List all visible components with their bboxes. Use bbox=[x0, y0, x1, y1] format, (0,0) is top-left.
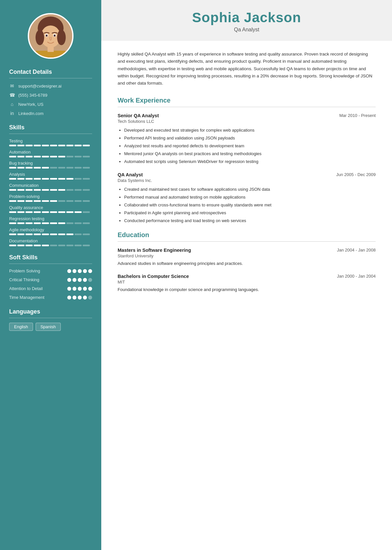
skill-segment bbox=[74, 145, 82, 146]
skill-bar bbox=[9, 222, 92, 224]
skills-title: Skills bbox=[9, 124, 92, 131]
contact-location: ⌂ NewYork, US bbox=[9, 101, 92, 107]
skill-label: Problem-solving bbox=[9, 194, 92, 199]
soft-skill-label: Attention to Detail bbox=[9, 286, 67, 292]
skill-segment bbox=[50, 211, 57, 213]
skill-bar bbox=[9, 156, 92, 157]
skill-segment bbox=[25, 189, 33, 191]
skill-segment bbox=[74, 156, 82, 157]
language-tag: English bbox=[9, 323, 33, 331]
soft-skill-dot bbox=[73, 287, 76, 291]
skill-item: Documentation bbox=[9, 238, 92, 246]
skill-segment bbox=[9, 234, 16, 235]
main-content: Sophia Jackson Qa Analyst Highly skilled… bbox=[101, 0, 392, 550]
job-block: QA AnalystJun 2005 - Dec 2009Data System… bbox=[118, 172, 376, 224]
main-body: Highly skilled QA Analyst with 15 years … bbox=[101, 41, 392, 310]
svg-point-4 bbox=[57, 30, 66, 45]
soft-skill-dot bbox=[73, 278, 76, 282]
skill-segment bbox=[74, 245, 82, 246]
skill-label: Testing bbox=[9, 138, 92, 143]
skill-bar bbox=[9, 245, 92, 246]
job-bullet: Participated in Agile sprint planning an… bbox=[124, 210, 376, 217]
job-bullet: Collaborated with cross-functional teams… bbox=[124, 202, 376, 209]
skill-segment bbox=[58, 178, 65, 180]
svg-point-3 bbox=[36, 30, 44, 45]
soft-skill-dot bbox=[73, 296, 76, 299]
skill-segment bbox=[17, 189, 24, 191]
skill-segment bbox=[42, 245, 49, 246]
skill-item: Regression testing bbox=[9, 216, 92, 224]
contact-section: Contact Details ✉ support@cvdesigner.ai … bbox=[0, 69, 101, 116]
sidebar: Contact Details ✉ support@cvdesigner.ai … bbox=[0, 0, 101, 550]
skill-segment bbox=[58, 245, 65, 246]
contact-phone: ☎ (555) 345-6789 bbox=[9, 92, 92, 98]
soft-skill-item: Critical Thinking bbox=[9, 277, 92, 283]
skill-segment bbox=[83, 222, 90, 224]
soft-skill-label: Critical Thinking bbox=[9, 277, 67, 283]
soft-skill-dot bbox=[83, 296, 87, 299]
skill-segment bbox=[74, 211, 82, 213]
skill-segment bbox=[58, 200, 65, 202]
skill-bar bbox=[9, 234, 92, 235]
skill-segment bbox=[25, 211, 33, 213]
job-company: Data Systems Inc. bbox=[118, 178, 376, 183]
education-title: Education bbox=[118, 231, 376, 239]
soft-skill-dots bbox=[67, 296, 92, 299]
skill-segment bbox=[34, 200, 41, 202]
skill-segment bbox=[42, 200, 49, 202]
skill-segment bbox=[42, 211, 49, 213]
skill-segment bbox=[34, 145, 41, 146]
soft-skill-dot bbox=[83, 278, 87, 282]
skill-segment bbox=[83, 167, 90, 169]
skill-segment bbox=[50, 189, 57, 191]
skill-segment bbox=[83, 156, 90, 157]
skill-segment bbox=[17, 156, 24, 157]
skill-segment bbox=[42, 167, 49, 169]
location-icon: ⌂ bbox=[9, 101, 15, 107]
avatar bbox=[28, 13, 74, 59]
skill-segment bbox=[42, 178, 49, 180]
edu-description: Foundational knowledge in computer scien… bbox=[118, 286, 376, 293]
edu-list: Masters in Software EngineeringJan 2004 … bbox=[118, 248, 376, 293]
skills-list: TestingAutomationBug trackingAnalysisCom… bbox=[9, 138, 92, 246]
soft-skill-item: Attention to Detail bbox=[9, 286, 92, 292]
skill-segment bbox=[9, 156, 16, 157]
skill-segment bbox=[66, 200, 74, 202]
skill-segment bbox=[66, 145, 74, 146]
language-tags: EnglishSpanish bbox=[9, 323, 92, 331]
skill-segment bbox=[34, 178, 41, 180]
job-header: QA AnalystJun 2005 - Dec 2009 bbox=[118, 172, 376, 177]
soft-skill-dot bbox=[73, 269, 76, 273]
linkedin-icon: in bbox=[9, 110, 15, 116]
soft-skill-dot bbox=[67, 269, 71, 273]
skill-segment bbox=[58, 234, 65, 235]
edu-school: MIT bbox=[118, 280, 376, 284]
job-company: Tech Solutions LLC bbox=[118, 119, 376, 124]
jobs-list: Senior QA AnalystMar 2010 - PresentTech … bbox=[118, 113, 376, 224]
edu-block: Masters in Software EngineeringJan 2004 … bbox=[118, 248, 376, 267]
job-header: Senior QA AnalystMar 2010 - Present bbox=[118, 113, 376, 118]
skill-segment bbox=[83, 145, 90, 146]
skill-label: Regression testing bbox=[9, 216, 92, 221]
svg-rect-11 bbox=[48, 45, 54, 52]
skill-segment bbox=[50, 156, 57, 157]
skill-label: Documentation bbox=[9, 238, 92, 243]
job-dates: Mar 2010 - Present bbox=[339, 113, 376, 118]
skill-item: Bug tracking bbox=[9, 161, 92, 169]
skill-segment bbox=[9, 189, 16, 191]
skill-segment bbox=[74, 167, 82, 169]
candidate-title: Qa Analyst bbox=[118, 27, 376, 33]
skill-segment bbox=[83, 178, 90, 180]
main-header: Sophia Jackson Qa Analyst bbox=[101, 0, 392, 41]
work-experience-title: Work Experience bbox=[118, 97, 376, 104]
skill-segment bbox=[74, 200, 82, 202]
skill-item: Testing bbox=[9, 138, 92, 146]
svg-point-7 bbox=[46, 35, 48, 37]
skill-segment bbox=[58, 189, 65, 191]
skill-segment bbox=[25, 178, 33, 180]
phone-icon: ☎ bbox=[9, 92, 15, 98]
skill-segment bbox=[17, 222, 24, 224]
skill-segment bbox=[25, 156, 33, 157]
skill-bar bbox=[9, 211, 92, 213]
skill-bar bbox=[9, 200, 92, 202]
